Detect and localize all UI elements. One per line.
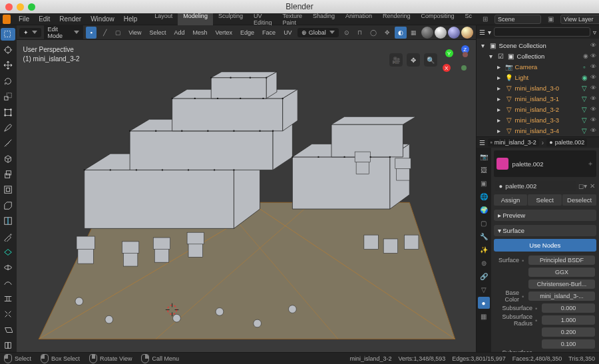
viewport-menu-vertex[interactable]: Vertex	[213, 28, 236, 37]
proptab-object[interactable]: ▢	[478, 217, 490, 229]
subsurface-value[interactable]: 0.000	[542, 303, 595, 313]
face-select-mode[interactable]: ▢	[112, 27, 123, 39]
snap-toggle[interactable]: ⊓	[355, 27, 365, 39]
outliner-item[interactable]: ▸📷Camera▫👁	[477, 61, 599, 72]
deselect-button[interactable]: Deselect	[562, 194, 596, 206]
proptab-modifiers[interactable]: 🔧	[478, 230, 490, 242]
proptab-texture[interactable]: ▦	[478, 310, 490, 322]
tool-knife[interactable]	[1, 230, 15, 243]
material-dd[interactable]: ● palette.002	[495, 181, 576, 191]
shading-rendered[interactable]	[461, 27, 473, 39]
context-object-chip[interactable]: ▫ mini_island_3-2	[488, 138, 539, 146]
proportional-edit[interactable]: ◯	[368, 27, 379, 39]
tool-measure[interactable]	[1, 137, 15, 150]
use-nodes-button[interactable]: Use Nodes	[494, 239, 596, 252]
material-add-icon[interactable]: ＋	[587, 160, 594, 168]
preview-section-header[interactable]: ▸ Preview	[494, 210, 596, 221]
menu-help[interactable]: Help	[120, 14, 142, 24]
proptab-mesh[interactable]: ▽	[478, 283, 490, 295]
viewport-menu-add[interactable]: Add	[172, 28, 188, 37]
outliner-item[interactable]: ▸▽mini_island_3-2▽👁	[477, 104, 599, 114]
tool-inset[interactable]	[1, 184, 15, 196]
viewport-pan-icon[interactable]: ✥	[407, 53, 420, 67]
viewport-menu-edge[interactable]: Edge	[238, 28, 257, 37]
tool-extrude[interactable]	[1, 168, 15, 180]
menu-edit[interactable]: Edit	[35, 14, 54, 24]
menu-render[interactable]: Render	[55, 14, 85, 24]
proptab-world[interactable]: 🌍	[478, 204, 490, 216]
maximize-window-button[interactable]	[28, 3, 35, 11]
outliner-search[interactable]	[494, 27, 590, 37]
tool-add-cube[interactable]	[1, 152, 15, 165]
outliner-display-icon[interactable]: ▾	[488, 29, 491, 36]
tool-cursor[interactable]	[1, 43, 15, 56]
axis-negx-icon[interactable]	[463, 52, 468, 57]
outliner-filter-icon[interactable]: ▿	[593, 29, 596, 36]
proptab-particles[interactable]: ✨	[478, 244, 490, 256]
proptab-viewlayer[interactable]: ▣	[478, 177, 490, 189]
pivot-dropdown[interactable]: ⊙	[341, 27, 352, 39]
tool-bevel[interactable]	[1, 199, 15, 212]
viewlayer-field[interactable]	[560, 15, 599, 24]
material-slot[interactable]: palette.002 ＋	[494, 150, 596, 177]
tool-shear[interactable]	[1, 323, 15, 336]
assign-button[interactable]: Assign	[494, 194, 528, 206]
scene-field[interactable]	[495, 15, 541, 24]
orientation-dropdown[interactable]: ⊕ Global	[298, 28, 339, 37]
proptab-output[interactable]: 🖼	[478, 164, 490, 176]
tool-annotate[interactable]	[1, 121, 15, 134]
3d-viewport[interactable]: User Perspective (1) mini_island_3-2 🎥 ✥…	[17, 40, 476, 352]
tool-select-box[interactable]	[1, 28, 15, 41]
sss-radius-2[interactable]: 0.100	[542, 339, 595, 349]
menu-file[interactable]: File	[15, 14, 33, 24]
viewport-menu-face[interactable]: Face	[260, 28, 278, 37]
xray-toggle[interactable]: ▦	[408, 27, 420, 39]
proptab-scene[interactable]: 🌐	[478, 190, 490, 202]
outliner-type-icon[interactable]: ☰	[479, 29, 485, 36]
mode-dropdown[interactable]: Edit Mode	[44, 25, 84, 41]
tool-smooth[interactable]	[1, 277, 15, 289]
distribution-dd[interactable]: GGX	[528, 268, 595, 277]
tool-rotate[interactable]	[1, 75, 15, 87]
viewport-menu-select[interactable]: Select	[147, 28, 169, 37]
proptab-render[interactable]: 📷	[478, 150, 490, 162]
outliner-item[interactable]: ▸▽mini_island_3-0▽👁	[477, 83, 599, 93]
tool-loopcut[interactable]	[1, 215, 15, 228]
viewport-menu-view[interactable]: View	[126, 28, 144, 37]
viewport-menu-mesh[interactable]: Mesh	[190, 28, 210, 37]
axis-y-icon[interactable]: Y	[445, 49, 453, 57]
outliner-collection[interactable]: ▾☑▣Collection◉ 👁	[477, 51, 599, 61]
context-material-chip[interactable]: ● palette.002	[546, 138, 587, 146]
viewport-zoom-icon[interactable]: 🔍	[424, 53, 437, 67]
tool-spin[interactable]	[1, 262, 15, 274]
base-color-dd[interactable]: mini_island_3-...	[528, 291, 595, 301]
gizmo-toggle[interactable]: ✥	[381, 27, 393, 39]
sss-method-dd[interactable]: Christensen-Burl...	[528, 279, 595, 289]
axis-x-icon[interactable]: X	[443, 64, 451, 72]
viewport-menu-uv[interactable]: UV	[281, 28, 295, 37]
shading-wireframe[interactable]	[421, 27, 433, 39]
vertex-select-mode[interactable]: ▪	[86, 27, 97, 39]
select-button[interactable]: Select	[528, 194, 562, 206]
proptab-constraints[interactable]: 🔗	[478, 270, 490, 282]
edge-select-mode[interactable]: ╱	[99, 27, 110, 39]
tool-polybuild[interactable]	[1, 246, 15, 258]
surface-section-header[interactable]: ▾ Surface	[494, 225, 596, 236]
editor-type-dropdown[interactable]: ✦	[19, 28, 41, 37]
close-window-button[interactable]	[5, 3, 13, 11]
tool-scale[interactable]	[1, 91, 15, 103]
shading-matpreview[interactable]	[448, 27, 460, 39]
proptab-material[interactable]: ●	[478, 297, 490, 309]
proptab-physics[interactable]: ⊚	[478, 257, 490, 269]
shading-solid[interactable]	[435, 27, 447, 39]
minimize-window-button[interactable]	[17, 3, 24, 11]
tool-shrink[interactable]	[1, 308, 15, 321]
properties-type-icon[interactable]: ☰	[479, 139, 485, 146]
sss-radius-0[interactable]: 1.000	[542, 315, 595, 325]
material-browse-icon[interactable]: ◻▾	[578, 182, 587, 190]
outliner-item[interactable]: ▸▽mini_island_3-1▽👁	[477, 93, 599, 104]
menu-window[interactable]: Window	[87, 14, 118, 24]
outliner-item[interactable]: ▸▽mini_island_3-3▽👁	[477, 114, 599, 125]
outliner-item[interactable]: ▸▽mini_island_3-4▽👁	[477, 125, 599, 136]
tool-move[interactable]	[1, 59, 15, 72]
